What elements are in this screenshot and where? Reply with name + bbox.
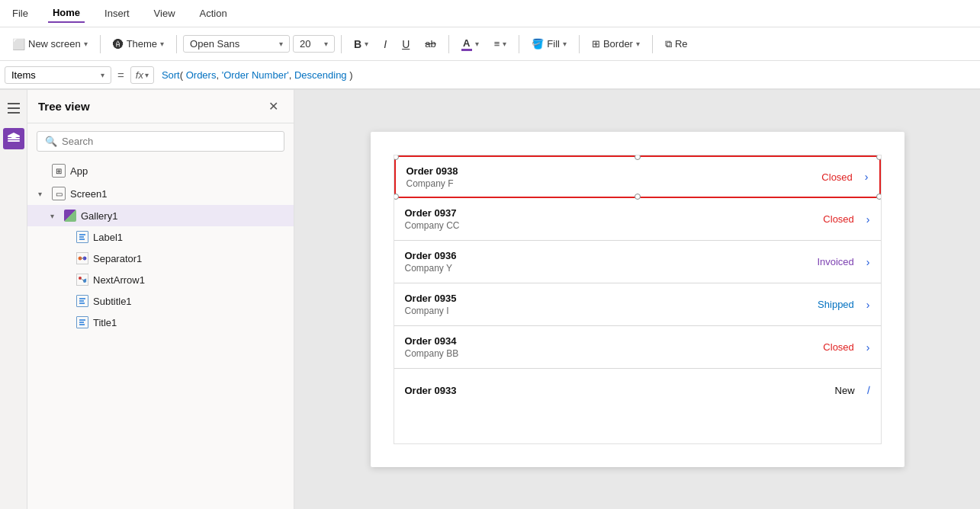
layers-icon[interactable] [3,128,24,149]
strikethrough-icon: ab [425,38,435,50]
row-0933-info: Order 0933 [405,385,835,396]
tree-item-app-label: App [70,165,88,177]
tree-item-gallery1[interactable]: ▾ Gallery1 [27,205,294,226]
row-0938-status: Closed [821,171,852,183]
toolbar: ⬜ New screen ▾ 🅐 Theme ▾ Open Sans ▾ 20 … [0,27,980,61]
gallery-row-0938[interactable]: Order 0938 Company F Closed › [394,155,881,198]
font-family-dropdown[interactable]: Open Sans ▾ [183,35,290,53]
theme-button[interactable]: 🅐 Theme ▾ [107,35,170,53]
tree-item-nextarrow1[interactable]: NextArrow1 [27,269,294,290]
underline-button[interactable]: U [396,35,416,53]
menu-file[interactable]: File [8,5,33,22]
row-0933-title: Order 0933 [405,385,835,396]
fill-icon: 🪣 [532,38,544,50]
tree-item-gallery1-label: Gallery1 [81,210,117,222]
font-color-chevron-icon: ▾ [475,40,479,48]
formula-orders: Orders [186,69,217,81]
row-0936-company: Company Y [405,263,818,274]
formula-descending: Descending [294,69,347,81]
row-0934-status: Closed [823,341,853,353]
formula-sort-kw: Sort [162,69,180,81]
formula-display[interactable]: Sort( Orders, 'Order Number', Descending… [157,68,975,82]
gallery-row-0934[interactable]: Order 0934 Company BB Closed › [394,326,881,369]
tree-item-app[interactable]: ⊞ App [27,159,294,182]
formula-close-paren: ) [347,69,353,81]
search-box: 🔍 [37,131,284,152]
row-0937-status: Closed [823,213,853,225]
strikethrough-button[interactable]: ab [419,35,442,53]
italic-icon: I [384,38,387,50]
gallery-row-0936[interactable]: Order 0936 Company Y Invoiced › [394,241,881,283]
sidebar-toggle [0,90,27,509]
row-0937-title: Order 0937 [405,207,824,219]
gallery-row-0935[interactable]: Order 0935 Company I Shipped › [394,283,881,326]
fill-chevron-icon: ▾ [563,40,567,48]
bold-icon: B [354,38,361,50]
menu-insert[interactable]: Insert [100,5,134,22]
row-0935-status: Shipped [818,299,854,310]
tree-item-nextarrow1-label: NextArrow1 [93,274,145,286]
row-0935-info: Order 0935 Company I [405,293,818,316]
text-align-button[interactable]: ≡ ▾ [488,35,513,53]
canvas-area: Order 0938 Company F Closed › Order 0937… [294,90,980,509]
toolbar-sep-4 [448,35,449,53]
nextarrow1-icon [76,274,88,286]
handle-tc [635,155,641,160]
text-align-chevron-icon: ▾ [503,40,506,48]
screen-icon: ▭ [52,187,66,200]
tree-item-label1[interactable]: Label1 [27,226,294,248]
tree-panel: Tree view ✕ 🔍 ⊞ App ▾ ▭ Screen1 ▾ [27,90,294,509]
border-button[interactable]: ⊞ Border ▾ [586,35,646,53]
separator1-icon [76,252,88,264]
fx-button[interactable]: fx ▾ [130,66,154,84]
new-screen-button[interactable]: ⬜ New screen ▾ [6,35,94,53]
font-size-dropdown[interactable]: 20 ▾ [293,35,335,53]
tree-item-subtitle1[interactable]: Subtitle1 [27,290,294,312]
menu-action[interactable]: Action [195,5,232,22]
handle-tr [876,155,882,160]
font-color-button[interactable]: A ▾ [455,34,485,54]
row-0938-company: Company F [406,178,822,189]
screen1-expand-arrow: ▾ [38,190,47,198]
hamburger-menu-icon[interactable] [3,98,24,119]
re-button[interactable]: ⧉ Re [659,35,694,53]
theme-icon: 🅐 [113,38,124,50]
gallery-row-0933[interactable]: Order 0933 New \ [394,369,881,411]
row-0934-company: Company BB [405,348,824,359]
gallery-container: Order 0938 Company F Closed › Order 0937… [394,155,882,444]
tree-item-separator1[interactable]: Separator1 [27,248,294,269]
tree-item-separator1-label: Separator1 [93,253,142,264]
bold-button[interactable]: B ▾ [348,35,374,53]
row-0936-status: Invoiced [817,256,853,267]
bold-chevron-icon: ▾ [365,40,368,48]
theme-label: Theme [127,38,157,50]
menu-view[interactable]: View [149,5,180,22]
tree-item-subtitle1-label: Subtitle1 [93,296,132,307]
row-0938-arrow: › [865,171,869,183]
italic-button[interactable]: I [378,35,393,53]
gallery-row-0937[interactable]: Order 0937 Company CC Closed › [394,198,881,241]
svg-rect-0 [8,103,20,104]
formula-order-number: 'Order Number' [222,69,289,81]
tree-item-title1[interactable]: Title1 [27,312,294,333]
row-0933-arrow: \ [864,384,872,396]
text-align-icon: ≡ [494,38,500,50]
menu-home[interactable]: Home [48,4,85,23]
underline-icon: U [402,38,410,50]
fill-label: Fill [547,38,560,50]
tree-item-screen1[interactable]: ▾ ▭ Screen1 [27,182,294,205]
gallery1-expand-arrow: ▾ [50,212,59,220]
property-selector[interactable]: Items ▾ [5,66,111,84]
fill-button[interactable]: 🪣 Fill ▾ [525,35,573,53]
search-input[interactable] [62,136,276,147]
tree-close-button[interactable]: ✕ [264,98,283,115]
border-label: Border [603,38,633,50]
tree-view-title: Tree view [38,100,90,113]
property-label: Items [11,69,36,81]
svg-marker-6 [8,133,20,139]
app-icon: ⊞ [52,164,66,178]
subtitle1-icon [76,295,88,307]
toolbar-sep-1 [100,35,101,53]
border-chevron-icon: ▾ [636,40,640,48]
row-0934-title: Order 0934 [405,335,824,347]
